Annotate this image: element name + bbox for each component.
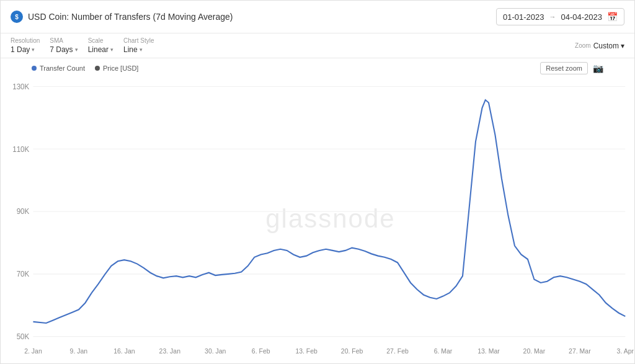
calendar-icon: 📅 [607,12,618,22]
chart-style-select[interactable]: Line ▾ [123,45,154,54]
svg-text:3. Apr: 3. Apr [617,347,634,355]
chevron-down-icon: ▾ [110,47,113,53]
legend: Transfer Count Price [USD] [32,64,138,72]
date-end: 04-04-2023 [561,12,603,22]
svg-text:16. Jan: 16. Jan [113,347,135,355]
svg-text:27. Feb: 27. Feb [386,347,409,355]
chevron-down-icon: ▾ [75,47,78,53]
scale-label: Scale [88,37,113,44]
svg-text:90K: 90K [17,207,30,215]
resolution-select[interactable]: 1 Day ▾ [11,45,40,54]
chevron-down-icon: ▾ [32,47,35,53]
zoom-label: Zoom [575,42,591,49]
date-arrow-icon: → [549,13,556,20]
svg-text:20. Feb: 20. Feb [341,347,363,355]
svg-text:6. Feb: 6. Feb [252,347,270,355]
camera-icon[interactable]: 📷 [593,63,603,73]
svg-text:50K: 50K [17,332,30,340]
chart-style-label: Chart Style [123,37,154,44]
svg-text:2. Jan: 2. Jan [24,347,42,355]
legend-price: Price [USD] [95,64,138,72]
main-container: $ USD Coin: Number of Transfers (7d Movi… [0,0,635,364]
sma-label: SMA [50,37,78,44]
svg-text:23. Jan: 23. Jan [159,347,180,355]
header: $ USD Coin: Number of Transfers (7d Movi… [1,1,634,33]
toolbar-right: Zoom Custom ▾ [575,42,624,50]
chart-area: glassnode 130K 110K 90K 70K 50K 2. Jan 9… [1,74,634,363]
svg-text:30. Jan: 30. Jan [205,347,226,355]
chevron-down-icon: ▾ [140,47,143,53]
svg-text:20. Mar: 20. Mar [523,347,546,355]
reset-zoom-button[interactable]: Reset zoom [540,62,588,74]
svg-text:9. Jan: 9. Jan [70,347,88,355]
svg-text:130K: 130K [12,82,29,91]
legend-dot-gray [95,66,100,71]
svg-text:6. Mar: 6. Mar [434,347,453,355]
legend-transfer-label: Transfer Count [40,64,85,72]
sma-control: SMA 7 Days ▾ [50,37,78,54]
chart-title: USD Coin: Number of Transfers (7d Moving… [28,12,233,22]
svg-text:70K: 70K [17,270,30,278]
chevron-down-icon: ▾ [621,42,624,50]
toolbar-left: Resolution 1 Day ▾ SMA 7 Days ▾ Scale Li… [11,37,154,54]
date-range-picker[interactable]: 01-01-2023 → 04-04-2023 📅 [496,8,624,25]
zoom-select[interactable]: Custom ▾ [593,42,624,50]
svg-text:13. Mar: 13. Mar [477,347,500,355]
toolbar: Resolution 1 Day ▾ SMA 7 Days ▾ Scale Li… [1,33,634,58]
chart-style-control: Chart Style Line ▾ [123,37,154,54]
resolution-control: Resolution 1 Day ▾ [11,37,40,54]
legend-dot-blue [32,66,37,71]
svg-text:110K: 110K [12,144,29,153]
scale-select[interactable]: Linear ▾ [88,45,113,54]
sma-select[interactable]: 7 Days ▾ [50,45,78,54]
svg-text:27. Mar: 27. Mar [569,347,591,355]
date-start: 01-01-2023 [503,12,544,22]
scale-control: Scale Linear ▾ [88,37,113,54]
resolution-label: Resolution [11,37,40,44]
legend-price-label: Price [USD] [103,64,138,72]
chart-controls: Reset zoom 📷 [540,62,603,74]
main-chart-svg: 130K 110K 90K 70K 50K 2. Jan 9. Jan 16. … [1,74,634,363]
coin-icon: $ [11,11,23,23]
title-section: $ USD Coin: Number of Transfers (7d Movi… [11,11,233,23]
legend-transfer-count: Transfer Count [32,64,85,72]
svg-text:13. Feb: 13. Feb [295,347,318,355]
